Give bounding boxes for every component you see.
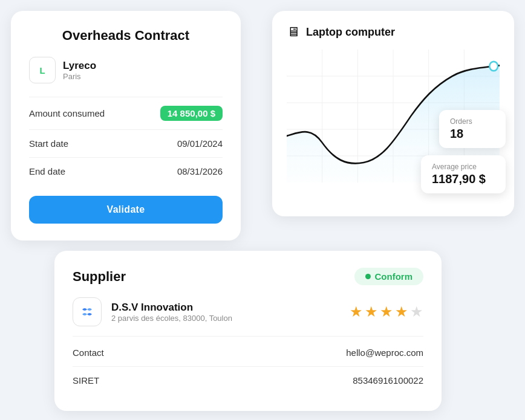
dsv-icon	[80, 305, 94, 319]
conform-label: Conform	[375, 271, 413, 282]
siret-row: SIRET 85346916100022	[73, 367, 423, 394]
orders-tooltip: Orders 18	[439, 110, 506, 148]
chart-title: Laptop computer	[306, 26, 395, 39]
contract-card: Overheads Contract L Lyreco Paris Amount…	[11, 11, 241, 241]
star-rating: ★ ★ ★ ★ ★	[350, 303, 423, 320]
end-date-value: 08/31/2026	[177, 166, 223, 176]
amount-row: Amount consumed 14 850,00 $	[29, 97, 223, 129]
end-date-label: End date	[29, 166, 65, 176]
star-2: ★	[365, 303, 378, 320]
lyreco-name: Lyreco	[63, 60, 96, 72]
chart-endpoint	[489, 62, 498, 71]
chart-area: Orders 18 Average price 1187,90 $	[287, 50, 500, 183]
amount-label: Amount consumed	[29, 108, 105, 118]
laptop-icon: 🖥	[287, 24, 300, 40]
avg-price-tooltip: Average price 1187,90 $	[421, 155, 506, 193]
contact-row: Contact hello@weproc.com	[73, 339, 423, 367]
star-4: ★	[395, 303, 408, 320]
conform-badge: Conform	[354, 268, 424, 285]
siret-value: 85346916100022	[353, 375, 423, 386]
start-date-value: 09/01/2024	[177, 138, 223, 149]
orders-value: 18	[450, 127, 495, 141]
supplier-card: Supplier Conform D.S.V Innovation 2 parv…	[54, 251, 442, 411]
supplier-info-row: D.S.V Innovation 2 parvis des écoles, 83…	[73, 297, 423, 337]
dsv-logo	[73, 297, 102, 326]
lyreco-logo: L	[29, 57, 56, 83]
conform-dot	[365, 274, 371, 279]
avg-price-label: Average price	[432, 163, 495, 171]
dsv-address: 2 parvis des écoles, 83000, Toulon	[111, 314, 232, 323]
star-1: ★	[350, 303, 363, 320]
start-date-row: Start date 09/01/2024	[29, 129, 223, 157]
chart-header: 🖥 Laptop computer	[287, 24, 500, 40]
validate-button[interactable]: Validate	[29, 196, 223, 224]
contract-title: Overheads Contract	[29, 28, 223, 44]
contact-label: Contact	[73, 347, 104, 358]
contract-supplier-header: L Lyreco Paris	[29, 57, 223, 83]
contact-value: hello@weproc.com	[346, 347, 423, 358]
orders-label: Orders	[450, 117, 495, 126]
amount-badge: 14 850,00 $	[160, 106, 223, 121]
chart-card: 🖥 Laptop computer	[272, 11, 514, 216]
dsv-info: D.S.V Innovation 2 parvis des écoles, 83…	[111, 302, 232, 323]
start-date-label: Start date	[29, 138, 68, 149]
avg-price-value: 1187,90 $	[432, 172, 495, 186]
dsv-name: D.S.V Innovation	[111, 302, 232, 314]
end-date-row: End date 08/31/2026	[29, 157, 223, 185]
lyreco-city: Paris	[63, 72, 96, 81]
siret-label: SIRET	[73, 375, 99, 386]
supplier-card-title: Supplier	[73, 269, 126, 285]
star-5: ★	[410, 303, 423, 320]
star-3: ★	[380, 303, 393, 320]
supplier-card-header: Supplier Conform	[73, 268, 423, 285]
